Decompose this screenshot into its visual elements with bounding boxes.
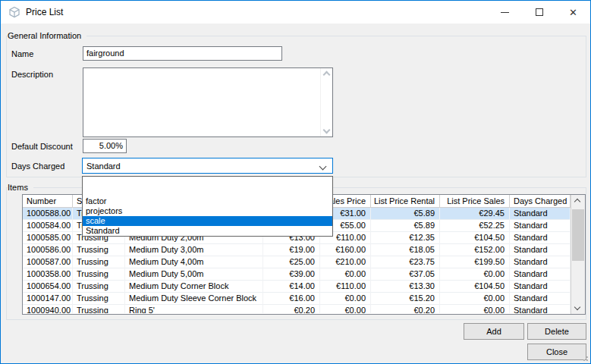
table-cell: Standard — [510, 208, 571, 220]
table-cell: €16.00 — [263, 293, 320, 305]
description-label: Description — [11, 70, 53, 79]
table-cell: Medium Duty 3,00m — [125, 244, 263, 256]
table-cell: 1000358.00 — [23, 268, 73, 281]
table-row[interactable]: 1000358.00TrussingMedium Duty 5,00m€39.0… — [23, 268, 571, 281]
maximize-icon — [536, 8, 543, 16]
table-cell: €19.00 — [263, 244, 320, 256]
minimize-icon — [501, 12, 509, 13]
table-cell: €0.00 — [320, 293, 371, 305]
table-cell: 1000586.00 — [23, 244, 73, 256]
table-cell: €0.00 — [320, 305, 371, 313]
table-cell: €5.89 — [371, 220, 440, 232]
days-charged-dropdown-list: factorprojectorsscaleStandard — [82, 176, 333, 237]
table-cell: €210.00 — [320, 256, 371, 268]
table-cell: Standard — [510, 281, 571, 293]
table-cell: €25.00 — [263, 256, 320, 268]
scrollbar-down-button[interactable] — [571, 302, 585, 314]
table-scrollbar[interactable] — [571, 195, 585, 314]
table-cell: €0.00 — [440, 293, 510, 305]
dropdown-option[interactable]: scale — [83, 216, 332, 226]
table-cell: €152.00 — [440, 244, 510, 256]
table-cell: Standard — [510, 256, 571, 268]
description-input[interactable] — [83, 67, 333, 137]
add-button[interactable]: Add — [464, 323, 524, 340]
dropdown-option[interactable]: factor — [83, 196, 332, 206]
maximize-button[interactable] — [522, 1, 556, 24]
name-label: Name — [11, 49, 33, 58]
scrollbar-up-button[interactable] — [571, 195, 585, 207]
table-cell: €0.00 — [440, 305, 510, 313]
table-row[interactable]: 1000654.00TrussingMedium Duty Corner Blo… — [23, 281, 571, 293]
dropdown-option[interactable]: Standard — [83, 226, 332, 236]
table-cell: €0.20 — [371, 305, 440, 313]
table-cell: €39.00 — [263, 268, 320, 281]
name-input[interactable]: fairground — [83, 46, 282, 61]
table-cell: €104.50 — [440, 281, 510, 293]
table-cell: 1000940.00 — [23, 305, 73, 313]
table-cell: Standard — [510, 305, 571, 313]
close-button[interactable]: Close — [527, 344, 586, 360]
table-cell: Medium Duty 4,00m — [125, 256, 263, 268]
app-cube-icon — [8, 6, 20, 18]
minimize-button[interactable] — [488, 1, 522, 24]
table-row[interactable]: 1000587.00TrussingMedium Duty 4,00m€25.0… — [23, 256, 571, 268]
description-scrollbar[interactable] — [320, 68, 332, 136]
table-cell: Medium Duty Sleeve Corner Block — [125, 293, 263, 305]
table-cell: Medium Duty 5,00m — [125, 268, 263, 281]
title-bar[interactable]: Price List ✕ — [1, 1, 590, 24]
table-cell: €52.25 — [440, 220, 510, 232]
table-cell: €104.50 — [440, 232, 510, 244]
table-cell: Medium Duty Corner Block — [125, 281, 263, 293]
close-icon: ✕ — [569, 8, 577, 17]
scroll-up-icon — [323, 71, 331, 79]
dropdown-option[interactable] — [83, 177, 332, 187]
table-cell: €13.30 — [371, 281, 440, 293]
table-row[interactable]: 1000940.00TrussingRing 5'€0.20€0.00€0.20… — [23, 305, 571, 313]
table-cell: 1000147.00 — [23, 293, 73, 305]
general-information-label: General Information — [8, 31, 86, 40]
default-discount-label: Default Discount — [11, 142, 73, 151]
chevron-down-icon — [574, 304, 580, 310]
scrollbar-thumb[interactable] — [572, 209, 584, 261]
table-row[interactable]: 1000586.00TrussingMedium Duty 3,00m€19.0… — [23, 244, 571, 256]
table-cell: 1000654.00 — [23, 281, 73, 293]
table-cell: €37.05 — [371, 268, 440, 281]
window-title: Price List — [26, 7, 63, 17]
column-header[interactable]: List Price Rental — [371, 195, 440, 208]
table-cell: €12.35 — [371, 232, 440, 244]
table-cell: Standard — [510, 220, 571, 232]
days-charged-combobox[interactable]: Standard — [82, 158, 333, 174]
dropdown-option[interactable]: projectors — [83, 206, 332, 216]
column-header[interactable]: Number — [23, 195, 73, 208]
table-cell: Standard — [510, 244, 571, 256]
table-cell: 1000584.00 — [23, 220, 73, 232]
column-header[interactable]: Days Charged — [510, 195, 571, 208]
table-cell: €18.05 — [371, 244, 440, 256]
table-cell: 1000585.00 — [23, 232, 73, 244]
dropdown-option[interactable] — [83, 187, 332, 196]
table-row[interactable]: 1000147.00TrussingMedium Duty Sleeve Cor… — [23, 293, 571, 305]
resize-grip[interactable] — [580, 353, 588, 361]
table-cell: Trussing — [73, 305, 125, 313]
table-cell: Standard — [510, 268, 571, 281]
table-cell: €0.20 — [263, 305, 320, 313]
table-cell: 1000587.00 — [23, 256, 73, 268]
days-charged-value: Standard — [86, 162, 121, 171]
table-cell: €110.00 — [320, 281, 371, 293]
table-cell: Trussing — [73, 293, 125, 305]
table-cell: €199.50 — [440, 256, 510, 268]
table-cell: Standard — [510, 293, 571, 305]
table-cell: €15.20 — [371, 293, 440, 305]
price-list-dialog: Price List ✕ General Information Name fa… — [0, 0, 591, 364]
close-window-button[interactable]: ✕ — [556, 1, 590, 24]
days-charged-label: Days Charged — [11, 162, 64, 171]
table-cell: Trussing — [73, 281, 125, 293]
delete-button[interactable]: Delete — [527, 323, 586, 340]
column-header[interactable]: List Price Sales — [440, 195, 510, 208]
scroll-down-icon — [323, 127, 331, 134]
table-cell: €29.45 — [440, 208, 510, 220]
chevron-down-icon — [319, 163, 327, 171]
table-cell: €5.89 — [371, 208, 440, 220]
default-discount-input[interactable]: 5.00% — [83, 139, 127, 153]
table-cell: €160.00 — [320, 244, 371, 256]
